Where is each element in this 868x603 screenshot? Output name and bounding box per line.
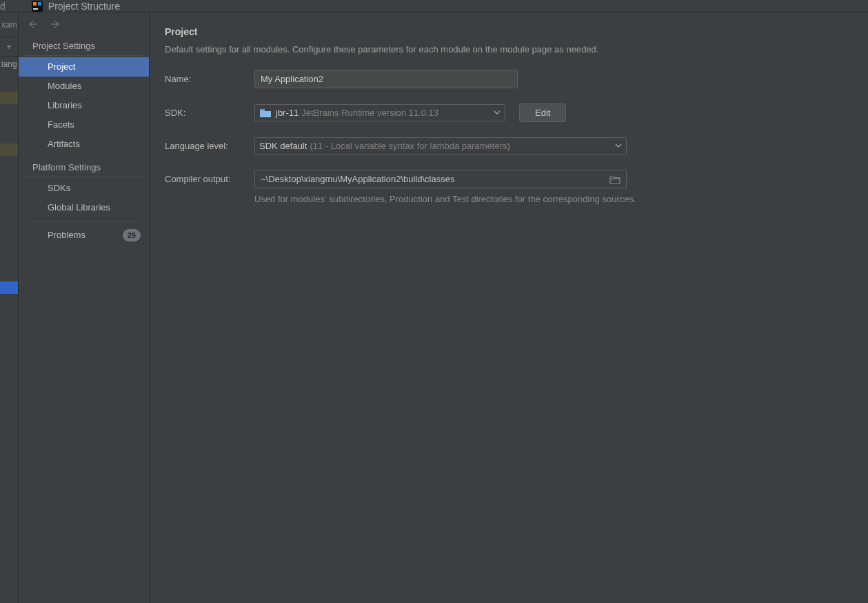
language-level-label: Language level:: [165, 141, 254, 151]
title-bar-partial: d: [0, 1, 6, 12]
strip-tab-fragment: iang: [0, 57, 18, 72]
background-left-strip: xam + iang: [0, 12, 19, 603]
chevron-down-icon: [615, 141, 622, 151]
project-name-input[interactable]: [254, 70, 518, 88]
language-level-value: SDK default: [259, 141, 307, 151]
sidebar-item-libraries[interactable]: Libraries: [19, 96, 149, 115]
sdk-label: SDK:: [165, 108, 254, 118]
svg-rect-5: [260, 111, 271, 117]
browse-folder-icon[interactable]: [604, 172, 626, 186]
sidebar-section-project-settings: Project Settings: [24, 35, 143, 56]
strip-toolbar-fragment[interactable]: +: [0, 37, 18, 57]
svg-rect-2: [38, 2, 41, 6]
sidebar-item-problems[interactable]: Problems 29: [19, 225, 149, 246]
window-title: Project Structure: [48, 1, 120, 12]
svg-rect-4: [260, 109, 265, 111]
language-level-detail: (11 - Local variable syntax for lambda p…: [310, 141, 509, 151]
language-level-dropdown[interactable]: SDK default (11 - Local variable syntax …: [254, 137, 627, 155]
sidebar: Project Settings Project Modules Librari…: [19, 12, 150, 603]
chevron-down-icon: [494, 108, 501, 118]
sidebar-item-modules[interactable]: Modules: [19, 77, 149, 96]
nav-back-icon[interactable]: [27, 19, 38, 31]
sidebar-item-artifacts[interactable]: Artifacts: [19, 135, 149, 154]
sidebar-item-project[interactable]: Project: [19, 57, 149, 77]
nav-forward-icon[interactable]: [50, 19, 61, 31]
content-panel: Project Default settings for all modules…: [150, 12, 868, 603]
problems-count-badge: 29: [123, 229, 141, 241]
sdk-name: jbr-11: [276, 108, 299, 118]
strip-top-fragment: xam: [0, 12, 18, 37]
app-icon: [32, 1, 43, 12]
title-bar: d Project Structure: [0, 0, 868, 12]
section-description: Default settings for all modules. Config…: [165, 44, 853, 55]
name-label: Name:: [165, 74, 254, 84]
sdk-dropdown[interactable]: jbr-11 JetBrains Runtime version 11.0.13: [254, 104, 505, 121]
sidebar-item-sdks[interactable]: SDKs: [19, 179, 149, 198]
sidebar-separator: [27, 221, 141, 222]
sidebar-item-facets[interactable]: Facets: [19, 115, 149, 135]
svg-rect-3: [33, 8, 38, 10]
svg-rect-1: [33, 2, 37, 6]
sidebar-item-global-libraries[interactable]: Global Libraries: [19, 198, 149, 217]
section-title: Project: [165, 26, 853, 37]
sdk-folder-icon: [259, 108, 272, 118]
compiler-output-input[interactable]: [255, 170, 604, 188]
sidebar-section-platform-settings: Platform Settings: [24, 157, 143, 177]
sidebar-problems-label: Problems: [48, 230, 85, 241]
compiler-output-label: Compiler output:: [165, 174, 254, 184]
sdk-version: JetBrains Runtime version 11.0.13: [301, 108, 438, 118]
compiler-output-hint: Used for modules' subdirectories, Produc…: [254, 194, 853, 204]
sdk-edit-button[interactable]: Edit: [519, 103, 566, 122]
